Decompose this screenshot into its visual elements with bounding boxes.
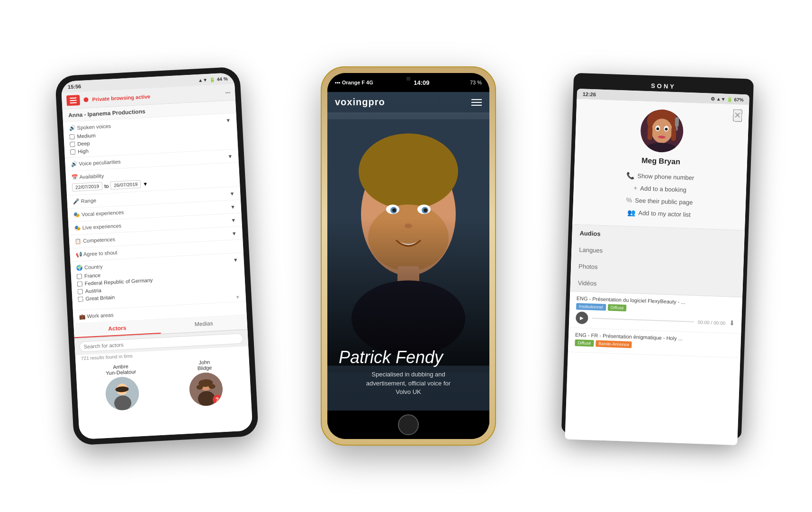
actor-card-john[interactable]: JohnBlidge ? (164, 357, 246, 408)
date-from[interactable]: 22/07/2019 (72, 182, 102, 192)
deep-label: Deep (77, 140, 90, 146)
close-button[interactable]: ✕ (733, 109, 742, 122)
france-label: France (84, 272, 100, 279)
austria-checkbox[interactable] (77, 289, 83, 294)
hero-text: Patrick Fendy Specialised in dubbing and… (339, 348, 478, 396)
home-button[interactable] (398, 414, 419, 435)
patrick-face (327, 112, 489, 373)
actor-card-ambre[interactable]: AmbreYun-Delatour (81, 362, 163, 412)
date-to[interactable]: 26/07/2019 (110, 180, 141, 190)
iphone-home-area (327, 411, 489, 439)
live-experiences-chevron: ▼ (231, 217, 236, 223)
great-britain-checkbox[interactable] (78, 296, 83, 302)
svg-rect-23 (327, 119, 489, 366)
show-phone-label: Show phone number (637, 172, 694, 181)
actor-name-ambre: AmbreYun-Delatour (105, 363, 136, 376)
audio-list: ENG - Présentation du logiciel FlexyBeau… (565, 292, 743, 446)
agree-shout-icon: 📢 Agree to shout (75, 249, 117, 258)
spoken-voices-chevron: ▼ (226, 117, 231, 123)
sony-screen: 12:26 ⚙ ▲▼ 🔋 67% ✕ (565, 89, 750, 445)
range-chevron: ▼ (229, 191, 235, 197)
voxingpro-logo: voxingpro (335, 97, 385, 108)
actor-list-action[interactable]: 👥 Add to my actor list (627, 206, 691, 221)
sony-settings-icon: ⚙ (711, 96, 715, 101)
availability-icon: 📅 Availability (71, 173, 104, 181)
sony-signal-icon: ▲▼ (716, 96, 726, 102)
android-screen: 15:56 ▲▼ 🔋 44 % Private browsing active … (61, 73, 253, 439)
android-content: 🔊 Spoken voices ▼ Medium Deep High (63, 113, 253, 439)
audio-item-1: ENG - Présentation du logiciel FlexyBeau… (569, 292, 742, 334)
sony-status-icons: ⚙ ▲▼ 🔋 67% (711, 96, 744, 102)
country-icon: 🌍 Country (76, 264, 102, 271)
signal-bars: ▪▪▪ (225, 90, 230, 95)
actor-avatar-john: ? (188, 372, 223, 407)
high-label: High (78, 148, 89, 154)
tag-diffuse-2: Diffusé (575, 339, 594, 347)
android-status-icons: ▲▼ 🔋 44 % (198, 76, 227, 82)
vocal-experiences-icon: 🎭 Vocal experiences (73, 210, 124, 219)
patrick-face-svg (327, 112, 489, 373)
actor-avatar-ambre (104, 376, 139, 411)
competences-chevron: ▼ (231, 230, 237, 237)
iphone-topnav: voxingpro (327, 92, 489, 112)
actor-name-john: JohnBlidge (197, 359, 212, 371)
meg-avatar-svg (640, 109, 684, 153)
svg-rect-32 (675, 117, 679, 127)
tag-institutionnel: Institutionnel (576, 303, 606, 311)
medium-checkbox[interactable] (69, 134, 75, 139)
add-booking-icon: + (633, 184, 638, 192)
add-booking-action[interactable]: + Add to a booking (633, 182, 687, 196)
profile-header: ✕ (573, 99, 749, 231)
sony-content: ✕ (565, 99, 749, 445)
iphone-content: voxingpro (327, 92, 489, 439)
spoken-voices-icon: 🔊 Spoken voices (69, 123, 111, 132)
medium-label: Medium (77, 132, 96, 139)
iphone-battery: 73 % (470, 80, 482, 85)
public-page-icon: % (626, 196, 632, 204)
sony-battery-icon: 🔋 (727, 96, 733, 101)
iphone-inner: ▪▪▪ Orange F 4G 14:09 73 % voxingpro (327, 73, 489, 439)
camera-dot (406, 77, 410, 81)
play-button-1[interactable]: ▶ (576, 311, 588, 324)
deep-checkbox[interactable] (70, 141, 75, 147)
sony-time: 12:26 (583, 91, 596, 97)
germany-checkbox[interactable] (77, 281, 82, 287)
download-icon-1[interactable]: ⬇ (729, 319, 735, 327)
svg-rect-36 (671, 127, 677, 141)
high-checkbox[interactable] (70, 149, 76, 155)
tag-diffuse-1: Diffusé (608, 304, 627, 311)
country-section: 🌍 Country ▼ France Federal Republic of G… (70, 253, 246, 311)
competences-icon: 📋 Competences (74, 237, 115, 245)
phone-iphone: ▪▪▪ Orange F 4G 14:09 73 % voxingpro (321, 66, 496, 446)
public-page-label: See their public page (635, 197, 693, 206)
hero-name: Patrick Fendy (339, 348, 478, 367)
sony-battery-level: 67% (734, 97, 744, 102)
ambre-avatar-svg (104, 376, 139, 411)
private-browsing-label: Private browsing active (92, 93, 150, 102)
battery-level: 44 % (217, 76, 227, 82)
live-experiences-icon: 🎭 Live experiences (74, 223, 121, 231)
actor-list-label: Add to my actor list (638, 209, 691, 218)
add-booking-label: Add to a booking (640, 184, 686, 193)
audio-progress-bar-1[interactable] (592, 318, 695, 322)
iphone-top-area: ▪▪▪ Orange F 4G 14:09 73 % (327, 73, 489, 92)
hamburger-menu[interactable] (471, 99, 482, 106)
country-chevron: ▼ (233, 257, 238, 263)
svg-rect-35 (648, 126, 653, 140)
austria-label: Austria (85, 287, 101, 294)
france-checkbox[interactable] (76, 274, 82, 279)
phone-android: 15:56 ▲▼ 🔋 44 % Private browsing active … (55, 66, 259, 445)
iphone-time: 14:09 (414, 79, 429, 86)
android-time: 15:56 (67, 83, 81, 90)
actor-list-icon: 👥 (627, 209, 636, 217)
date-chevron: ▼ (143, 181, 148, 187)
private-indicator-dot (83, 97, 89, 102)
great-britain-label: Great Britain (85, 294, 115, 302)
work-areas-icon: 💼 Work areas (79, 312, 114, 320)
actors-grid: AmbreYun-Delatour JohnBlidge (75, 353, 251, 416)
iphone-hero: Patrick Fendy Specialised in dubbing and… (327, 112, 489, 411)
menu-button[interactable] (66, 95, 80, 106)
audio-time-1: 00:00 / 00:00 (698, 320, 726, 326)
signal-icon: ▲▼ (198, 77, 207, 82)
profile-name: Meg Bryan (641, 156, 680, 166)
